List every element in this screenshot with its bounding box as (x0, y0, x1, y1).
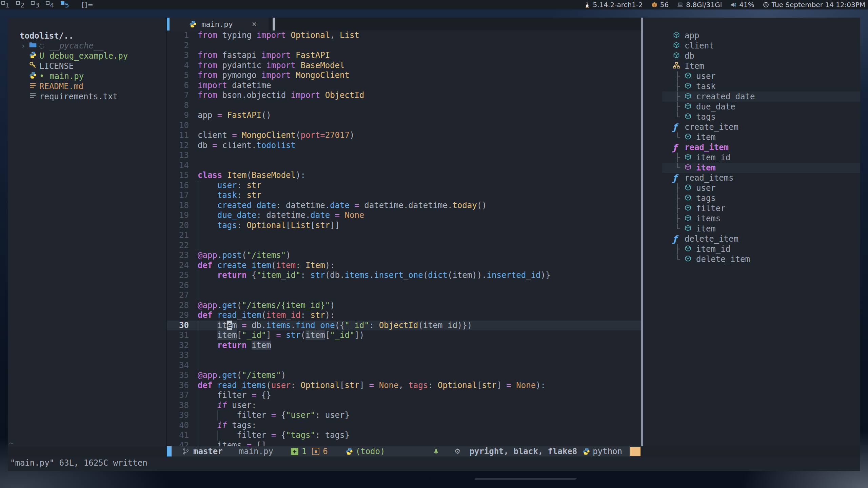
cube (685, 184, 691, 191)
workspace-5[interactable]: 5 (59, 0, 74, 9)
tree-item-license[interactable]: LICENSE (8, 61, 166, 71)
code-text: filter = {"user": user} (198, 410, 350, 420)
symbol-task[interactable]: ├task (643, 81, 860, 92)
symbol-delete_item[interactable]: └delete_item (643, 254, 860, 264)
tree-item-label: main.py (50, 72, 84, 81)
file-tree-panel: todolist/.. ›◌__pycache__Udebug_example.… (8, 18, 166, 446)
workspace-4[interactable]: 4 (44, 0, 59, 9)
code-buffer[interactable]: 1from typing import Optional, List23from… (167, 30, 641, 446)
tree-item-main-py[interactable]: •main.py (8, 71, 166, 81)
code-line-40[interactable]: 40 if tags: (167, 421, 641, 431)
code-line-17[interactable]: 17 task: str (167, 190, 641, 201)
code-line-9[interactable]: 9app = FastAPI() (167, 110, 641, 121)
symbol-item_id[interactable]: ├item_id (643, 152, 860, 163)
code-line-2[interactable]: 2 (167, 41, 641, 51)
file-tree-root[interactable]: todolist/.. (20, 31, 74, 41)
code-line-16[interactable]: 16 user: str (167, 181, 641, 191)
code-line-1[interactable]: 1from typing import Optional, List (167, 30, 641, 41)
code-line-30[interactable]: 30 item = db.items.find_one({"_id": Obje… (167, 321, 641, 331)
symbol-create_item[interactable]: ƒcreate_item (643, 122, 860, 132)
symbol-user[interactable]: ├user (643, 183, 860, 193)
code-line-24[interactable]: 24def create_item(item: Item): (167, 261, 641, 271)
symbol-item[interactable]: └item (643, 132, 860, 142)
symbol-Item[interactable]: Item (643, 61, 860, 71)
cube (685, 225, 691, 231)
code-line-32[interactable]: 32 return item (167, 341, 641, 351)
code-line-37[interactable]: 37 filter = {} (167, 390, 641, 401)
symbol-delete_item[interactable]: ƒdelete_item (643, 234, 860, 244)
code-line-20[interactable]: 20 tags: Optional[List[str]] (167, 221, 641, 231)
code-line-5[interactable]: 5from pymongo import MongoClient (167, 70, 641, 81)
line-number: 42 (167, 441, 189, 447)
symbol-tags[interactable]: ├tags (643, 193, 860, 203)
code-line-8[interactable]: 8 (167, 101, 641, 111)
code-line-18[interactable]: 18 created_date: datetime.date = datetim… (167, 201, 641, 211)
symbol-filter[interactable]: ├filter (643, 203, 860, 214)
tree-item-requirements-txt[interactable]: requirements.txt (8, 92, 166, 102)
command-line[interactable]: "main.py" 63L, 1625C written (8, 456, 860, 471)
workspace-3[interactable]: 3 (29, 0, 44, 9)
symbol-user[interactable]: ├user (643, 71, 860, 81)
code-line-23[interactable]: 23@app.post("/items") (167, 250, 641, 261)
tab-main-py[interactable]: main.py × (167, 18, 269, 30)
workspace-1[interactable]: 1 (0, 0, 15, 9)
code-line-19[interactable]: 19 due_date: datetime.date = None (167, 210, 641, 221)
symbol-read_item[interactable]: ƒread_item (643, 142, 860, 152)
layout-symbol[interactable]: []= (82, 1, 94, 9)
symbol-db[interactable]: db (643, 51, 860, 61)
chevron-right-icon[interactable]: › (21, 42, 29, 50)
code-line-13[interactable]: 13 (167, 150, 641, 161)
code-line-28[interactable]: 28@app.get("/items/{item_id}") (167, 301, 641, 311)
symbol-created_date[interactable]: ├created_date (643, 92, 860, 102)
code-line-27[interactable]: 27 (167, 290, 641, 301)
code-line-15[interactable]: 15class Item(BaseModel): (167, 170, 641, 181)
code-line-39[interactable]: 39 filter = {"user": user} (167, 410, 641, 421)
symbol-read_items[interactable]: ƒread_items (643, 173, 860, 183)
code-line-33[interactable]: 33 (167, 350, 641, 361)
code-line-10[interactable]: 10 (167, 121, 641, 131)
symbol-due_date[interactable]: ├due_date (643, 102, 860, 112)
code-line-29[interactable]: 29def read_item(item_id: str): (167, 310, 641, 321)
symbol-item[interactable]: └item (643, 163, 860, 173)
indent-guide (198, 410, 198, 421)
code-line-4[interactable]: 4from pydantic import BaseModel (167, 61, 641, 71)
indent-guide (198, 341, 198, 351)
code-line-41[interactable]: 41 filter = {"tags": tags} (167, 430, 641, 441)
code-line-25[interactable]: 25 return {"item_id": str(db.items.inser… (167, 270, 641, 281)
symbol-item_id[interactable]: ├item_id (643, 244, 860, 254)
code-line-26[interactable]: 26 (167, 281, 641, 291)
code-line-36[interactable]: 36def read_items(user: Optional[str] = N… (167, 381, 641, 391)
tree-item-debug-example-py[interactable]: Udebug_example.py (8, 51, 166, 61)
tree-item--pycache-[interactable]: ›◌__pycache__ (8, 41, 166, 51)
code-line-35[interactable]: 35@app.get("/items") (167, 370, 641, 381)
indent-guide (198, 290, 198, 301)
line-number: 8 (167, 101, 189, 111)
symbol-item[interactable]: └item (643, 224, 860, 234)
code-line-22[interactable]: 22 (167, 241, 641, 251)
code-text: return {"item_id": str(db.items.insert_o… (198, 270, 550, 280)
tab-close-icon[interactable]: × (252, 19, 257, 29)
indent-guide (198, 321, 198, 331)
code-line-31[interactable]: 31 item["_id"] = str(item["_id"]) (167, 330, 641, 341)
symbol-client[interactable]: client (643, 41, 860, 51)
code-line-42[interactable]: 42 items = [] (167, 441, 641, 447)
symbol-app[interactable]: app (643, 30, 860, 41)
code-line-6[interactable]: 6import datetime (167, 81, 641, 91)
line-number: 30 (167, 321, 189, 331)
key-icon (29, 61, 37, 69)
symbol-tags[interactable]: └tags (643, 112, 860, 122)
line-number: 33 (167, 350, 189, 361)
code-line-14[interactable]: 14 (167, 161, 641, 171)
code-line-3[interactable]: 3from fastapi import FastAPI (167, 50, 641, 61)
code-line-38[interactable]: 38 if user: (167, 401, 641, 411)
code-text: item["_id"] = str(item["_id"]) (198, 330, 364, 340)
workspace-2[interactable]: 2 (15, 0, 30, 9)
code-line-11[interactable]: 11client = MongoClient(port=27017) (167, 130, 641, 141)
code-line-21[interactable]: 21 (167, 230, 641, 241)
code-line-7[interactable]: 7from bson.objectid import ObjectId (167, 90, 641, 101)
symbol-items[interactable]: ├items (643, 214, 860, 224)
code-line-12[interactable]: 12db = client.todolist (167, 141, 641, 151)
tree-connector: ├ (675, 244, 685, 254)
code-line-34[interactable]: 34 (167, 361, 641, 371)
tree-item-readme-md[interactable]: README.md (8, 81, 166, 92)
